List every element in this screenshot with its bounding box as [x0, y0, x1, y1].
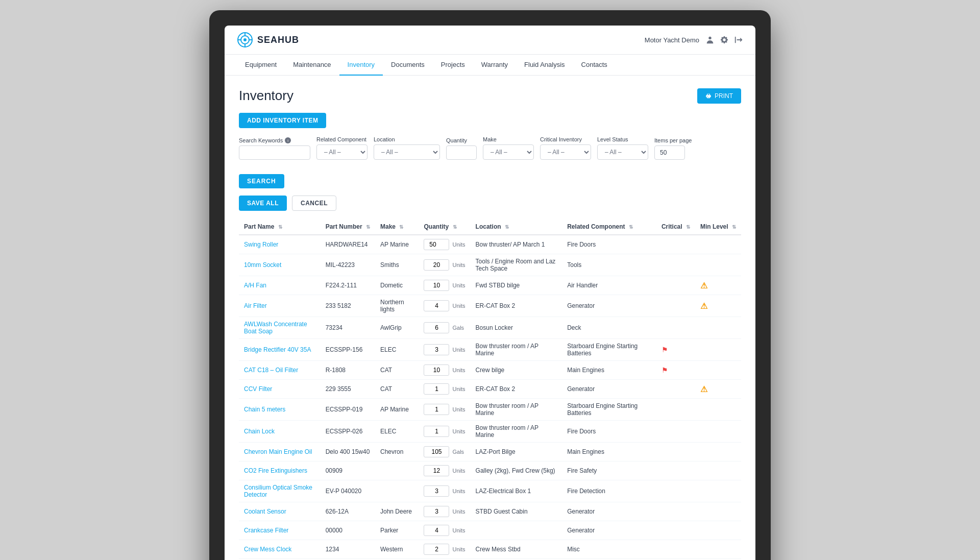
settings-icon[interactable] — [720, 35, 729, 44]
nav-fluid-analysis[interactable]: Fluid Analysis — [516, 55, 573, 76]
add-inventory-item-button[interactable]: ADD INVENTORY ITEM — [239, 113, 326, 128]
quantity-input[interactable] — [424, 239, 449, 250]
part-name-link[interactable]: Bridge Rectifier 40V 35A — [244, 346, 311, 353]
related-component-label: Related Component — [316, 136, 368, 142]
items-per-page-input[interactable] — [654, 145, 685, 160]
table-row: Chevron Main Engine OilDelo 400 15w40Che… — [239, 443, 741, 461]
page-title: Inventory — [239, 88, 293, 104]
nav-projects[interactable]: Projects — [433, 55, 473, 76]
cancel-button[interactable]: CANCEL — [292, 196, 336, 211]
make-cell: AP Marine — [375, 399, 419, 421]
user-icon[interactable] — [705, 35, 715, 44]
part-name-link[interactable]: Coolant Sensor — [244, 508, 286, 515]
part-name-link[interactable]: Swing Roller — [244, 241, 278, 248]
part-number-cell: ECSSPP-019 — [321, 399, 375, 421]
related-component-cell: Fire Doors — [562, 421, 656, 443]
part-name-link[interactable]: A/H Fan — [244, 282, 266, 289]
min-level-cell — [695, 317, 741, 339]
part-name-link[interactable]: Crankcase Filter — [244, 527, 288, 534]
quantity-input[interactable] — [424, 525, 449, 536]
unit-label: Gals — [452, 449, 464, 455]
part-name-link[interactable]: Crew Mess Clock — [244, 546, 291, 553]
quantity-input[interactable] — [424, 465, 449, 476]
level-status-select[interactable]: – All – — [597, 144, 648, 160]
part-number-cell: 00909 — [321, 461, 375, 480]
quantity-input[interactable] — [424, 383, 449, 395]
unit-label: Units — [452, 262, 465, 268]
quantity-cell: Units — [419, 361, 470, 380]
related-component-cell: Fire Doors — [562, 235, 656, 254]
related-component-cell: Generator — [562, 521, 656, 540]
quantity-input[interactable] — [424, 404, 449, 415]
quantity-input[interactable] — [424, 344, 449, 355]
col-quantity[interactable]: Quantity ⇅ — [419, 219, 470, 235]
nav-warranty[interactable]: Warranty — [473, 55, 516, 76]
quantity-input[interactable] — [446, 145, 477, 160]
make-cell — [375, 480, 419, 502]
part-name-link[interactable]: Chain 5 meters — [244, 406, 285, 413]
inventory-table-container: Part Name ⇅ Part Number ⇅ Make ⇅ Quantit… — [239, 219, 741, 559]
quantity-input[interactable] — [424, 322, 449, 333]
part-name-link[interactable]: Chevron Main Engine Oil — [244, 448, 312, 455]
nav-inventory[interactable]: Inventory — [339, 55, 383, 76]
nav-equipment[interactable]: Equipment — [237, 55, 285, 76]
quantity-input[interactable] — [424, 300, 449, 311]
quantity-input[interactable] — [424, 426, 449, 437]
unit-label: Units — [452, 367, 465, 373]
quantity-input[interactable] — [424, 506, 449, 517]
print-button[interactable]: PRINT — [697, 88, 741, 104]
related-component-select[interactable]: – All – — [316, 144, 368, 160]
make-label: Make — [483, 136, 534, 142]
nav-documents[interactable]: Documents — [383, 55, 433, 76]
level-status-label: Level Status — [597, 136, 648, 142]
quantity-input[interactable] — [424, 259, 449, 271]
col-critical[interactable]: Critical ⇅ — [656, 219, 695, 235]
col-related-component[interactable]: Related Component ⇅ — [562, 219, 656, 235]
min-level-cell — [695, 235, 741, 254]
table-row: Air Filter233 5182Northern lightsUnitsER… — [239, 295, 741, 317]
search-button[interactable]: SEARCH — [239, 174, 284, 188]
flag-icon: ⚑ — [662, 346, 668, 354]
col-part-number[interactable]: Part Number ⇅ — [321, 219, 375, 235]
unit-label: Units — [452, 282, 465, 288]
header-right: Motor Yacht Demo — [645, 35, 743, 44]
nav-maintenance[interactable]: Maintenance — [285, 55, 339, 76]
quantity-input[interactable] — [424, 280, 449, 291]
part-name-link[interactable]: AWLWash Concentrate Boat Soap — [244, 321, 307, 335]
location-cell: Bow thruster room / AP Marine — [471, 421, 562, 443]
quantity-label: Quantity — [446, 137, 477, 143]
quantity-input[interactable] — [424, 364, 449, 376]
min-level-cell — [695, 361, 741, 380]
col-min-level[interactable]: Min Level ⇅ — [695, 219, 741, 235]
part-name-link[interactable]: CO2 Fire Extinguishers — [244, 467, 307, 474]
col-part-name[interactable]: Part Name ⇅ — [239, 219, 321, 235]
make-cell: CAT — [375, 361, 419, 380]
critical-cell — [656, 540, 695, 559]
part-name-link[interactable]: Consilium Optical Smoke Detector — [244, 484, 312, 498]
make-select[interactable]: – All – — [483, 144, 534, 160]
part-number-cell: Delo 400 15w40 — [321, 443, 375, 461]
unit-label: Units — [452, 546, 465, 552]
col-make[interactable]: Make ⇅ — [375, 219, 419, 235]
min-level-cell — [695, 502, 741, 521]
location-select[interactable]: – All – — [374, 144, 440, 160]
quantity-cell: Gals — [419, 443, 470, 461]
search-keywords-input[interactable] — [239, 145, 310, 160]
quantity-cell: Gals — [419, 317, 470, 339]
quantity-input[interactable] — [424, 544, 449, 555]
search-btn-group: x SEARCH — [239, 166, 284, 188]
location-cell: Crew bilge — [471, 361, 562, 380]
part-name-link[interactable]: CCV Filter — [244, 385, 272, 393]
part-name-link[interactable]: Chain Lock — [244, 428, 275, 435]
nav-contacts[interactable]: Contacts — [573, 55, 616, 76]
level-status-group: Level Status – All – — [597, 136, 648, 160]
critical-inventory-select[interactable]: – All – — [540, 144, 591, 160]
part-name-link[interactable]: CAT C18 – Oil Filter — [244, 367, 298, 374]
part-name-link[interactable]: 10mm Socket — [244, 261, 281, 269]
quantity-input[interactable] — [424, 485, 449, 497]
part-name-link[interactable]: Air Filter — [244, 302, 267, 309]
quantity-input[interactable] — [424, 446, 449, 457]
logout-icon[interactable] — [734, 35, 743, 44]
col-location[interactable]: Location ⇅ — [471, 219, 562, 235]
save-all-button[interactable]: SAVE ALL — [239, 196, 287, 211]
